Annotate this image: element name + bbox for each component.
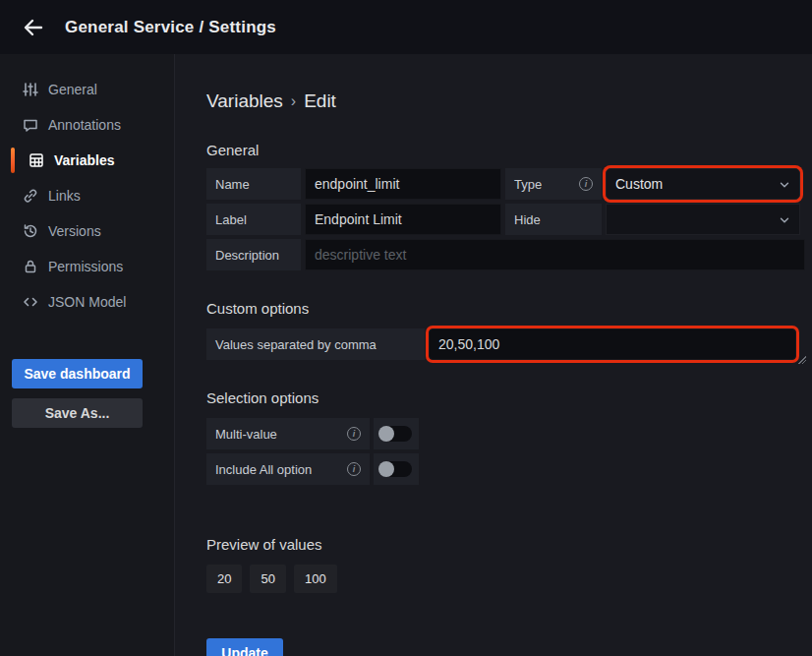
- type-select[interactable]: Custom: [606, 168, 800, 200]
- include-all-label: Include All option i: [206, 453, 370, 485]
- update-button[interactable]: Update: [206, 638, 283, 656]
- table-icon: [28, 152, 44, 169]
- lock-icon: [22, 259, 38, 275]
- toggle-knob: [378, 461, 394, 477]
- sidebar-item-annotations[interactable]: Annotations: [0, 107, 174, 143]
- values-input[interactable]: [429, 328, 796, 360]
- multi-value-toggle[interactable]: [374, 418, 419, 449]
- values-field-label: Values separated by comma: [206, 328, 425, 360]
- variables-edit-panel: Variables › Edit General Name Type i Cus…: [175, 54, 812, 656]
- description-row: Description: [206, 239, 805, 270]
- general-section-heading: General: [206, 142, 805, 158]
- breadcrumb-current-page: Edit: [304, 90, 336, 112]
- label-input[interactable]: [305, 204, 501, 235]
- preview-value-chip: 50: [250, 565, 285, 593]
- label-hide-row: Label Hide: [206, 204, 805, 235]
- sidebar-item-label: Permissions: [48, 259, 123, 274]
- comment-icon: [22, 117, 38, 134]
- top-bar: General Service / Settings: [0, 0, 812, 54]
- sidebar-item-label: Versions: [48, 223, 101, 239]
- hide-field-label: Hide: [505, 204, 602, 235]
- info-icon: i: [347, 427, 361, 441]
- toggle-track: [380, 426, 412, 442]
- info-icon: i: [347, 462, 361, 476]
- sidebar-item-label: Variables: [54, 152, 115, 168]
- type-select-value: Custom: [615, 176, 663, 192]
- sidebar-item-label: General: [48, 82, 97, 97]
- selection-options-heading: Selection options: [206, 389, 805, 406]
- name-type-row: Name Type i Custom: [206, 168, 805, 200]
- chevron-down-icon: [778, 178, 791, 192]
- link-icon: [22, 188, 38, 205]
- save-dashboard-button[interactable]: Save dashboard: [12, 359, 143, 388]
- name-field-label: Name: [206, 168, 301, 200]
- sidebar-item-label: JSON Model: [48, 294, 126, 310]
- sidebar-item-label: Links: [48, 188, 81, 204]
- textarea-resize-handle[interactable]: [797, 355, 806, 364]
- multi-value-label: Multi-value i: [206, 418, 370, 449]
- preview-values: 20 50 100: [206, 565, 805, 593]
- sidebar-item-variables[interactable]: Variables: [0, 143, 174, 178]
- chevron-down-icon: [778, 213, 791, 227]
- page-title: General Service / Settings: [65, 18, 276, 37]
- sidebar-item-versions[interactable]: Versions: [0, 213, 174, 249]
- breadcrumb-variables-link[interactable]: Variables: [206, 90, 283, 112]
- description-field-label: Description: [206, 239, 301, 270]
- breadcrumb-separator: ›: [291, 92, 296, 110]
- arrow-left-icon: [22, 16, 45, 39]
- preview-value-chip: 100: [294, 565, 337, 593]
- settings-sidebar: General Annotations Variables: [0, 54, 175, 656]
- sliders-icon: [22, 82, 38, 98]
- breadcrumb: Variables › Edit: [206, 90, 805, 112]
- description-input[interactable]: [305, 239, 805, 270]
- sidebar-item-permissions[interactable]: Permissions: [0, 249, 174, 284]
- toggle-track: [380, 461, 412, 477]
- sidebar-item-json-model[interactable]: JSON Model: [0, 284, 174, 320]
- label-field-label: Label: [206, 204, 301, 235]
- info-icon: i: [579, 177, 593, 191]
- preview-heading: Preview of values: [206, 536, 805, 553]
- save-as-button[interactable]: Save As...: [12, 398, 143, 428]
- code-icon: [22, 294, 38, 311]
- values-row: Values separated by comma: [206, 328, 805, 360]
- sidebar-item-label: Annotations: [48, 117, 121, 133]
- include-all-row: Include All option i: [206, 453, 805, 485]
- hide-select[interactable]: [606, 204, 800, 235]
- preview-value-chip: 20: [206, 565, 242, 593]
- sidebar-item-general[interactable]: General: [0, 72, 174, 107]
- include-all-toggle[interactable]: [374, 453, 419, 485]
- custom-options-heading: Custom options: [206, 300, 805, 317]
- toggle-knob: [378, 426, 394, 442]
- name-input[interactable]: [305, 168, 501, 200]
- multi-value-row: Multi-value i: [206, 418, 805, 449]
- history-icon: [22, 223, 38, 240]
- type-field-label: Type i: [505, 168, 602, 200]
- sidebar-item-links[interactable]: Links: [0, 178, 174, 213]
- back-button[interactable]: [16, 10, 51, 45]
